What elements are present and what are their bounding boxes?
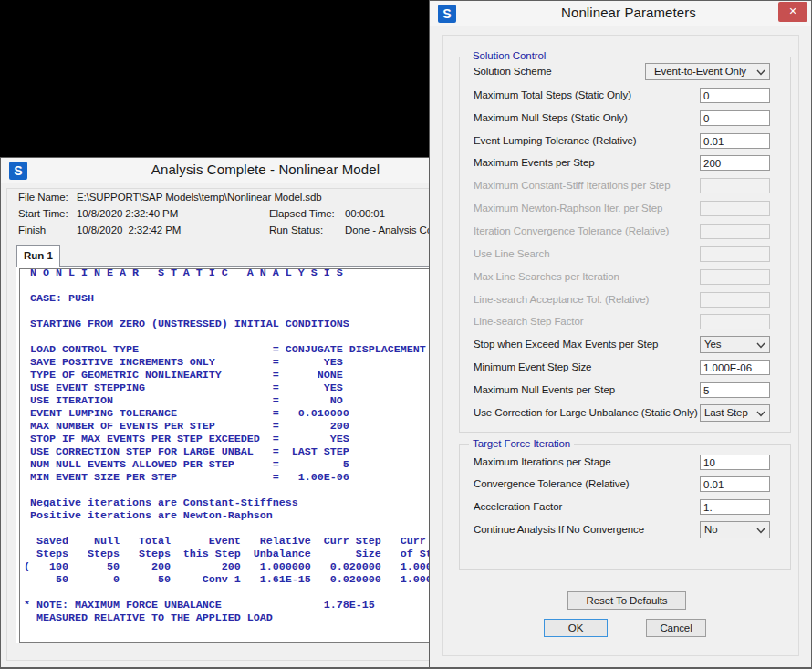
elapsed-time-value: 00:00:01 [345,208,385,219]
file-name-label: File Name: [18,192,68,203]
target-force-iteration-group-label: Target Force Iteration [469,438,574,449]
label-solution-scheme: Solution Scheme [474,66,551,77]
label-iteration-convergence-tolerance-relative: Iteration Convergence Tolerance (Relativ… [474,225,669,236]
start-time-value: 10/8/2020 2:32:40 PM [77,208,178,219]
input-line-search-acceptance-tol-relative [700,292,770,308]
label-maximum-total-steps-static-only: Maximum Total Steps (Static Only) [474,89,631,100]
select-continue-analysis-if-no-convergence[interactable]: No [700,521,770,538]
finish-time-label: Finish [18,225,46,235]
cancel-button[interactable]: Cancel [646,619,706,637]
input-maximum-newton-raphson-iter-per-step [700,201,770,216]
label-line-search-step-factor: Line-search Step Factor [474,316,583,327]
selected-value: Event-to-Event Only [654,66,746,77]
select-stop-when-exceed-max-events-per-step[interactable]: Yes [700,336,770,353]
select-solution-scheme[interactable]: Event-to-Event Only [645,63,770,80]
label-line-search-acceptance-tol-relative: Line-search Acceptance Tol. (Relative) [474,294,649,305]
label-maximum-null-events-per-step: Maximum Null Events per Step [474,384,615,395]
input-use-line-search [700,246,770,262]
input-iteration-convergence-tolerance-relative [700,224,770,239]
input-maximum-constant-stiff-iterations-per-step [700,178,770,193]
input-maximum-iterations-per-stage[interactable] [700,455,770,470]
label-use-correction-for-large-unbalance-static-only: Use Correction for Large Unbalance (Stat… [474,407,698,418]
input-minimum-event-step-size[interactable] [700,360,770,375]
app-background [0,0,429,157]
ok-button[interactable]: OK [544,619,608,637]
run-status-label: Run Status: [269,225,323,235]
label-acceleration-factor: Acceleration Factor [474,501,562,512]
label-stop-when-exceed-max-events-per-step: Stop when Exceed Max Events per Step [474,339,658,350]
label-maximum-constant-stiff-iterations-per-step: Maximum Constant-Stiff Iterations per St… [474,180,670,191]
finish-time-value: 10/8/2020 2:32:42 PM [77,225,181,235]
right-window-title: Nonlinear Parameters [446,5,811,20]
label-use-line-search: Use Line Search [474,248,550,259]
file-name-value: E:\SUPPORT\SAP Models\temp\Nonlinear Mod… [77,192,322,203]
label-maximum-null-steps-static-only: Maximum Null Steps (Static Only) [474,112,628,123]
close-button[interactable]: ✕ [778,2,807,22]
reset-to-defaults-button[interactable]: Reset To Defaults [567,591,686,610]
select-use-correction-for-large-unbalance-static-only[interactable]: Last Step [700,404,770,422]
right-titlebar[interactable]: S Nonlinear Parameters ✕ [430,1,811,26]
selected-value: Yes [704,339,721,350]
selected-value: Last Step [704,407,748,418]
start-time-label: Start Time: [18,208,68,219]
input-maximum-events-per-step[interactable] [700,155,770,171]
label-convergence-tolerance-relative: Convergence Tolerance (Relative) [474,478,629,489]
close-icon: ✕ [788,5,796,16]
label-maximum-events-per-step: Maximum Events per Step [474,157,595,168]
input-maximum-null-events-per-step[interactable] [700,382,770,398]
label-maximum-iterations-per-stage: Maximum Iterations per Stage [474,456,611,467]
input-event-lumping-tolerance-relative[interactable] [700,133,770,149]
input-max-line-searches-per-iteration [700,269,770,285]
label-minimum-event-step-size: Minimum Event Step Size [474,361,591,372]
label-event-lumping-tolerance-relative: Event Lumping Tolerance (Relative) [474,135,637,146]
elapsed-time-label: Elapsed Time: [269,208,335,219]
input-line-search-step-factor [700,314,770,329]
label-max-line-searches-per-iteration: Max Line Searches per Iteration [474,271,619,282]
solution-control-group-label: Solution Control [469,50,549,61]
input-convergence-tolerance-relative[interactable] [700,476,770,492]
input-maximum-null-steps-static-only[interactable] [700,110,770,126]
label-continue-analysis-if-no-convergence: Continue Analysis If No Convergence [474,524,644,535]
tab-run-1[interactable]: Run 1 [16,245,60,267]
label-maximum-newton-raphson-iter-per-step: Maximum Newton-Raphson Iter. per Step [474,203,662,214]
input-acceleration-factor[interactable] [700,499,770,515]
input-maximum-total-steps-static-only[interactable] [700,88,770,103]
selected-value: No [704,524,718,535]
nonlinear-parameters-dialog: S Nonlinear Parameters ✕ Solution Contro… [429,0,812,669]
